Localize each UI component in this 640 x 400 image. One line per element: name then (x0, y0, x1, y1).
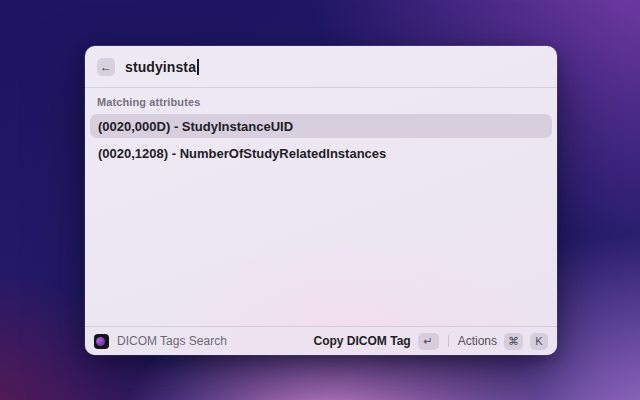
back-button[interactable]: ← (97, 58, 115, 76)
result-label: (0020,000D) - StudyInstanceUID (98, 119, 293, 134)
footer-bar: DICOM Tags Search Copy DICOM Tag ↵ Actio… (85, 326, 557, 355)
result-label: (0020,1208) - NumberOfStudyRelatedInstan… (98, 146, 386, 161)
results-list: Matching attributes (0020,000D) - StudyI… (85, 88, 557, 165)
section-header: Matching attributes (85, 96, 557, 114)
k-key-badge: K (530, 333, 548, 350)
actions-menu-button[interactable]: Actions (458, 334, 497, 348)
launcher-window: ← studyinsta Matching attributes (0020,0… (85, 46, 557, 355)
footer-extension-info: DICOM Tags Search (94, 334, 314, 349)
extension-name: DICOM Tags Search (117, 334, 227, 348)
footer-divider (448, 335, 449, 347)
result-row-study-instance-uid[interactable]: (0020,000D) - StudyInstanceUID (90, 114, 552, 138)
search-query-text: studyinsta (125, 59, 196, 75)
desktop-background: { "window": { "search": { "query": "stud… (0, 0, 640, 400)
footer-actions: Copy DICOM Tag ↵ Actions ⌘ K (314, 333, 548, 350)
result-row-number-of-study-related-instances[interactable]: (0020,1208) - NumberOfStudyRelatedInstan… (90, 141, 552, 165)
extension-icon (94, 334, 109, 349)
text-caret (197, 59, 199, 75)
return-key-badge: ↵ (418, 333, 439, 350)
back-arrow-icon: ← (100, 61, 112, 73)
search-input[interactable]: studyinsta (125, 59, 545, 75)
command-key-badge: ⌘ (504, 333, 523, 350)
primary-action-button[interactable]: Copy DICOM Tag (314, 334, 411, 348)
search-bar: ← studyinsta (85, 46, 557, 88)
